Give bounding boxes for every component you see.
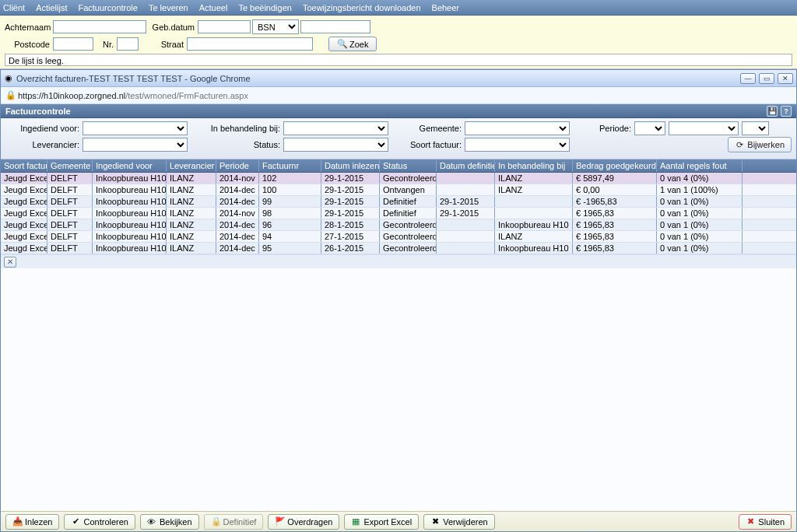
- table-row[interactable]: Jeugd ExcelDELFTInkoopbureau H10ILANZ201…: [1, 173, 796, 184]
- table-cell: 2014-dec: [216, 231, 259, 242]
- table-cell: Jeugd Excel: [1, 173, 47, 184]
- table-cell: Inkoopbureau H10: [93, 243, 167, 254]
- menu-item[interactable]: Toewijzingsbericht downloaden: [303, 3, 421, 12]
- address-bar[interactable]: 🔒 https://h10inkoop.zorgned.nl/test/wmon…: [1, 87, 796, 104]
- maximize-button[interactable]: ▭: [759, 73, 774, 84]
- table-row[interactable]: Jeugd ExcelDELFTInkoopbureau H10ILANZ201…: [1, 219, 796, 231]
- column-header[interactable]: In behandeling bij: [495, 159, 573, 172]
- zoek-label: Zoek: [349, 40, 368, 49]
- id-input[interactable]: [300, 20, 370, 33]
- export-excel-button[interactable]: ▦Export Excel: [344, 514, 419, 530]
- sluiten-button[interactable]: ✖Sluiten: [739, 514, 792, 530]
- table-cell: 95: [259, 243, 321, 254]
- check-icon: ✔: [71, 516, 80, 527]
- table-cell: Jeugd Excel: [1, 208, 47, 219]
- column-header[interactable]: Leverancier: [167, 159, 216, 172]
- postcode-label: Postcode: [5, 40, 51, 49]
- search-icon: 🔍: [337, 39, 346, 49]
- column-header[interactable]: Periode: [216, 159, 259, 172]
- table-row[interactable]: Jeugd ExcelDELFTInkoopbureau H10ILANZ201…: [1, 184, 796, 196]
- table-cell: Inkoopbureau H10: [495, 219, 573, 230]
- column-header[interactable]: Factuurnr: [259, 159, 321, 172]
- column-header[interactable]: Ingediend voor: [93, 159, 167, 172]
- table-cell: 96: [259, 219, 321, 230]
- table-cell: Gecontroleerd: [380, 231, 437, 242]
- table-cell: 2014-dec: [216, 243, 259, 254]
- bijwerken-button[interactable]: ⟳ Bijwerken: [728, 137, 792, 152]
- controleren-button[interactable]: ✔Controleren: [64, 514, 135, 530]
- bekijken-button[interactable]: 👁Bekijken: [140, 514, 199, 530]
- definitief-button: 🔒Definitief: [204, 514, 264, 530]
- grid: Soort factuurGemeenteIngediend voorLever…: [1, 159, 796, 511]
- gebdatum-input[interactable]: [198, 20, 251, 33]
- straat-input[interactable]: [187, 37, 313, 51]
- grid-footer-row: ✕: [1, 254, 796, 268]
- menu-item[interactable]: Actielijst: [36, 3, 67, 12]
- table-cell: 29-1-2015: [321, 173, 380, 184]
- achternaam-input[interactable]: [53, 20, 146, 33]
- table-cell: Gecontroleerd: [380, 243, 437, 254]
- column-header[interactable]: Aantal regels fout: [657, 159, 743, 172]
- column-header[interactable]: Gemeente: [47, 159, 93, 172]
- periode-extra-select[interactable]: [742, 121, 769, 135]
- column-header[interactable]: Datum inlezen▼: [321, 159, 380, 172]
- help-icon[interactable]: ?: [781, 106, 792, 117]
- eye-icon: 👁: [147, 517, 156, 527]
- leverancier-select[interactable]: [83, 138, 188, 152]
- table-row[interactable]: Jeugd ExcelDELFTInkoopbureau H10ILANZ201…: [1, 243, 796, 254]
- table-cell: 102: [259, 173, 321, 184]
- table-cell: ILANZ: [495, 184, 573, 195]
- postcode-input[interactable]: [53, 37, 93, 51]
- in-behandeling-bij-select[interactable]: [283, 121, 388, 135]
- inlezen-button[interactable]: 📥Inlezen: [5, 514, 59, 530]
- ingediend-voor-select[interactable]: [83, 121, 188, 135]
- verwijderen-button[interactable]: ✖Verwijderen: [423, 514, 494, 530]
- table-cell: 27-1-2015: [321, 231, 380, 242]
- table-cell: 1 van 1 (100%): [657, 184, 743, 195]
- idtype-select[interactable]: BSN: [252, 19, 299, 34]
- status-select[interactable]: [283, 138, 388, 152]
- import-icon: 📥: [12, 516, 22, 527]
- table-cell: € 1965,83: [573, 243, 657, 254]
- table-row[interactable]: Jeugd ExcelDELFTInkoopbureau H10ILANZ201…: [1, 208, 796, 219]
- menu-item[interactable]: Factuurcontrole: [78, 3, 137, 12]
- minimize-button[interactable]: —: [740, 73, 756, 84]
- column-header[interactable]: Soort factuur: [1, 159, 47, 172]
- nr-input[interactable]: [117, 37, 139, 51]
- column-header[interactable]: Status: [380, 159, 437, 172]
- table-cell: € 0,00: [573, 184, 657, 195]
- clear-filter-button[interactable]: ✕: [4, 257, 16, 268]
- gemeente-select[interactable]: [465, 121, 570, 135]
- menu-item[interactable]: Beheer: [432, 3, 459, 12]
- soort-factuur-select[interactable]: [465, 138, 570, 152]
- grid-empty-area: [1, 268, 796, 511]
- periode-month-select[interactable]: [669, 121, 739, 135]
- achternaam-label: Achternaam: [5, 23, 51, 32]
- table-cell: Gecontroleerd: [380, 173, 437, 184]
- table-cell: [437, 231, 495, 242]
- periode-year-select[interactable]: [634, 121, 665, 135]
- menu-item[interactable]: Te leveren: [149, 3, 188, 12]
- table-cell: Jeugd Excel: [1, 196, 47, 207]
- table-cell: Jeugd Excel: [1, 184, 47, 195]
- grid-header: Soort factuurGemeenteIngediend voorLever…: [1, 159, 796, 173]
- column-header[interactable]: Bedrag goedgekeurd: [573, 159, 657, 172]
- table-cell: ILANZ: [167, 196, 216, 207]
- column-header[interactable]: Datum definitief: [437, 159, 495, 172]
- close-window-button[interactable]: ✕: [778, 73, 793, 84]
- save-icon[interactable]: 💾: [767, 106, 778, 117]
- menu-item[interactable]: Te beëindigen: [238, 3, 292, 12]
- table-row[interactable]: Jeugd ExcelDELFTInkoopbureau H10ILANZ201…: [1, 231, 796, 243]
- table-cell: 2014-nov: [216, 208, 259, 219]
- menu-item[interactable]: Cliënt: [3, 3, 25, 12]
- table-cell: ILANZ: [167, 173, 216, 184]
- leverancier-label: Leverancier:: [5, 140, 79, 149]
- overdragen-button[interactable]: 🚩Overdragen: [268, 514, 339, 530]
- gemeente-label: Gemeente:: [391, 124, 462, 133]
- table-cell: ILANZ: [167, 219, 216, 230]
- menu-item[interactable]: Actueel: [199, 3, 228, 12]
- table-cell: 2014-nov: [216, 173, 259, 184]
- table-row[interactable]: Jeugd ExcelDELFTInkoopbureau H10ILANZ201…: [1, 196, 796, 208]
- table-cell: 99: [259, 196, 321, 207]
- zoek-button[interactable]: 🔍 Zoek: [328, 37, 377, 51]
